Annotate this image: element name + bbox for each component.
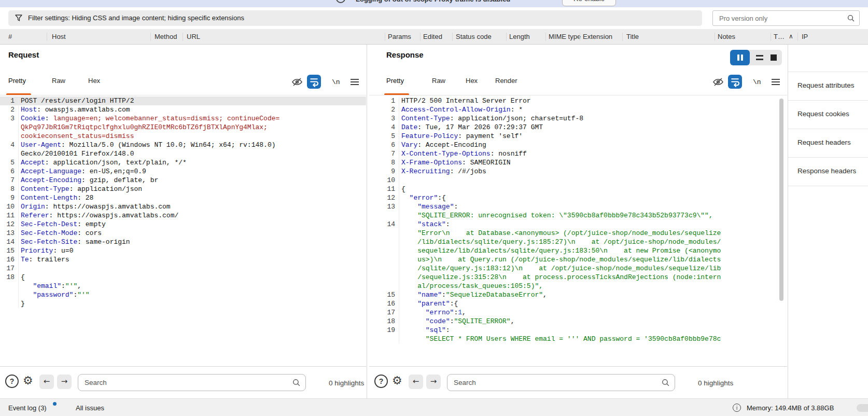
column-header-notes[interactable]: Notes	[718, 29, 735, 44]
inspector-divider	[788, 72, 868, 72]
all-issues-button[interactable]: All issues	[76, 404, 104, 412]
editor-line[interactable]: 1POST /rest/user/login HTTP/2	[0, 96, 366, 105]
tab-raw[interactable]: Raw	[432, 77, 445, 85]
editor-line[interactable]: 8X-Frame-Options: SAMEORIGIN	[369, 158, 779, 167]
line-number: 13	[369, 202, 399, 220]
sort-ascending-icon[interactable]: ∧	[789, 29, 793, 44]
column-header-mime-type[interactable]: MIME type	[549, 29, 581, 44]
editor-line[interactable]: 15 "name":"SequelizeDatabaseError",	[369, 290, 779, 299]
help-icon[interactable]: ?	[374, 375, 388, 388]
editor-line[interactable]: 8Content-Type: application/json	[0, 185, 366, 193]
previous-match-button[interactable]: ←	[409, 375, 423, 389]
column-header-params[interactable]: Params	[388, 29, 411, 44]
tab-hex[interactable]: Hex	[88, 77, 100, 85]
inspector-section-request-attributes[interactable]: Request attributes	[797, 81, 855, 89]
memory-gauge	[857, 404, 868, 412]
editor-line[interactable]: 12 "error":{	[369, 193, 779, 202]
editor-line[interactable]: 9Content-Length: 28	[0, 193, 366, 202]
editor-line[interactable]: 2Host: owaspjs.amvatlabs.com	[0, 105, 366, 114]
tab-render[interactable]: Render	[495, 77, 517, 85]
response-editor-menu-icon[interactable]	[772, 79, 780, 85]
column-header-extension[interactable]: Extension	[583, 29, 612, 44]
show-newlines-toggle[interactable]: \n	[753, 78, 761, 86]
hide-nonprintable-eye-icon[interactable]	[291, 76, 303, 88]
response-search-input[interactable]	[447, 374, 675, 391]
next-match-button[interactable]: →	[426, 375, 441, 389]
editor-line[interactable]: 10	[369, 176, 779, 185]
editor-line[interactable]: 7X-Content-Type-Options: nosniff	[369, 149, 779, 158]
request-editor-menu-icon[interactable]	[351, 79, 359, 85]
editor-line[interactable]: 18{ "email":"'", "password":"'" }	[0, 273, 366, 308]
editor-line[interactable]: 5Feature-Policy: payment 'self'	[369, 132, 779, 141]
editor-line[interactable]: 16 "parent":{	[369, 299, 779, 308]
line-number: 8	[369, 158, 399, 167]
editor-line[interactable]: 17 "errno":1,	[369, 308, 779, 317]
maximized-layout-button[interactable]	[771, 54, 777, 61]
editor-line[interactable]: 10Origin: https://owaspjs.amvatlabs.com	[0, 202, 366, 211]
inspector-section-request-headers[interactable]: Request headers	[797, 138, 851, 146]
tab-hex[interactable]: Hex	[466, 77, 478, 85]
editor-line[interactable]: 1HTTP/2 500 Internal Server Error	[369, 96, 779, 105]
editor-line[interactable]: 11{	[369, 185, 779, 193]
history-search-input[interactable]	[712, 10, 860, 26]
request-editor[interactable]: 1POST /rest/user/login HTTP/22Host: owas…	[0, 96, 366, 366]
hide-nonprintable-eye-icon[interactable]	[712, 76, 724, 88]
editor-line[interactable]: 17	[0, 264, 366, 273]
editor-line[interactable]: 12Sec-Fetch-Dest: empty	[0, 220, 366, 229]
word-wrap-toggle-button[interactable]	[728, 75, 742, 89]
response-editor[interactable]: 1HTTP/2 500 Internal Server Error2Access…	[369, 96, 779, 366]
next-match-button[interactable]: →	[57, 375, 72, 389]
editor-line[interactable]: 5Accept: application/json, text/plain, *…	[0, 158, 366, 167]
request-response-splitter[interactable]	[367, 45, 367, 398]
column-header-length[interactable]: Length	[509, 29, 530, 44]
request-search-input[interactable]	[78, 374, 306, 391]
editor-line[interactable]: 6Vary: Accept-Encoding	[369, 141, 779, 149]
editor-line[interactable]: 2Access-Control-Allow-Origin: *	[369, 105, 779, 114]
editor-line[interactable]: 16Te: trailers	[0, 255, 366, 264]
column-header-url[interactable]: URL	[187, 29, 200, 44]
editor-line[interactable]: 3Cookie: language=en; welcomebanner_stat…	[0, 114, 366, 141]
column-header-status-code[interactable]: Status code	[456, 29, 492, 44]
line-content: HTTP/2 500 Internal Server Error	[399, 96, 779, 105]
inspector-section-request-cookies[interactable]: Request cookies	[797, 110, 849, 118]
gear-icon[interactable]: ⚙	[392, 374, 402, 387]
column-header-method[interactable]: Method	[155, 29, 177, 44]
column-header-title[interactable]: Title	[626, 29, 639, 44]
editor-line[interactable]: 18 "code":"SQLITE_ERROR",	[369, 317, 779, 326]
editor-line[interactable]: 9X-Recruiting: /#/jobs	[369, 167, 779, 176]
event-log-button[interactable]: Event log (3)	[8, 404, 47, 412]
tab-pretty[interactable]: Pretty	[386, 77, 404, 85]
filter-settings-bar[interactable]: Filter settings: Hiding CSS and image co…	[8, 10, 702, 26]
pause-updates-button[interactable]	[730, 50, 750, 65]
column-header-host[interactable]: Host	[52, 29, 66, 44]
gear-icon[interactable]: ⚙	[23, 374, 33, 387]
horizontal-layout-button[interactable]	[756, 55, 763, 60]
editor-line[interactable]: 13Sec-Fetch-Mode: cors	[0, 229, 366, 238]
help-icon[interactable]: ?	[5, 375, 19, 388]
word-wrap-toggle-button[interactable]	[307, 75, 321, 89]
editor-line[interactable]: 6Accept-Language: en-US,en;q=0.9	[0, 167, 366, 176]
editor-line[interactable]: 4Date: Tue, 17 Mar 2026 07:29:37 GMT	[369, 123, 779, 132]
re-enable-button[interactable]: Re-enable	[562, 0, 616, 6]
column-header-ip[interactable]: IP	[802, 29, 808, 44]
tab-raw[interactable]: Raw	[52, 77, 65, 85]
editor-line[interactable]: 14 "stack": "Error\n at Database.<anonym…	[369, 220, 779, 290]
tab-pretty[interactable]: Pretty	[8, 77, 26, 85]
editor-line[interactable]: 7Accept-Encoding: gzip, deflate, br	[0, 176, 366, 185]
column-header-t-[interactable]: T…	[774, 29, 785, 44]
editor-line[interactable]: 3Content-Type: application/json; charset…	[369, 114, 779, 123]
editor-line[interactable]: 13 "message": "SQLITE_ERROR: unrecognise…	[369, 202, 779, 220]
response-scrollbar-thumb[interactable]	[779, 99, 783, 301]
editor-line[interactable]: 4User-Agent: Mozilla/5.0 (Windows NT 10.…	[0, 141, 366, 158]
show-newlines-toggle[interactable]: \n	[332, 78, 340, 86]
editor-line[interactable]: 11Referer: https://owaspjs.amvatlabs.com…	[0, 211, 366, 220]
previous-match-button[interactable]: ←	[39, 375, 54, 389]
inspector-section-response-headers[interactable]: Response headers	[797, 167, 856, 175]
line-number: 10	[0, 202, 19, 211]
line-number: 17	[369, 308, 399, 317]
column-header-edited[interactable]: Edited	[423, 29, 442, 44]
column-header--[interactable]: #	[8, 29, 12, 44]
editor-line[interactable]: 15Priority: u=0	[0, 246, 366, 255]
editor-line[interactable]: 14Sec-Fetch-Site: same-origin	[0, 238, 366, 246]
editor-line[interactable]: 19 "sql": "SELECT * FROM Users WHERE ema…	[369, 326, 779, 343]
